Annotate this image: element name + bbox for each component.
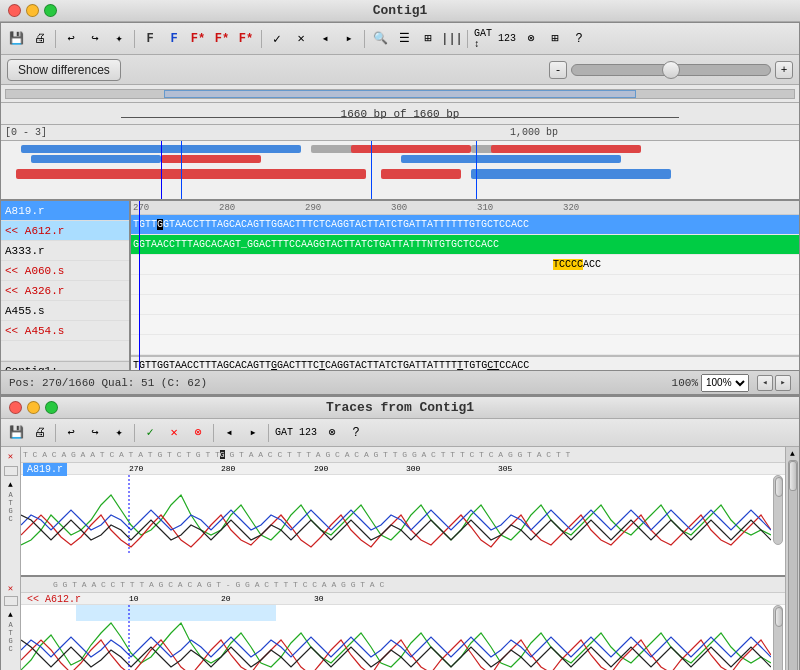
control-bar: Show differences - + [1, 55, 799, 85]
traces-prev-icon[interactable]: ◂ [218, 422, 240, 444]
seq-text-a333: TCCCCACC [133, 259, 601, 270]
traces-window-controls[interactable] [9, 401, 58, 414]
bars-icon[interactable]: ||| [441, 28, 463, 50]
traces-redo-icon[interactable]: ↪ [84, 422, 106, 444]
ruler2-10: 10 [129, 594, 139, 603]
overview-viewport [164, 90, 637, 98]
traces-check-icon[interactable]: ✓ [139, 422, 161, 444]
link-icon[interactable]: ⊗ [520, 28, 542, 50]
traces-dna-icon[interactable]: GAT [273, 422, 295, 444]
seq-name-a612[interactable]: << A612.r [1, 221, 129, 241]
trace-a612-scrollthumb[interactable] [775, 607, 783, 627]
font-f1-icon[interactable]: F [139, 28, 161, 50]
traces-print-icon[interactable]: 🖨 [29, 422, 51, 444]
minimize-button[interactable] [26, 4, 39, 17]
check-icon[interactable]: ✓ [266, 28, 288, 50]
traces-x-btn-2[interactable]: ✕ [8, 583, 13, 594]
traces-cross-icon[interactable]: ✕ [163, 422, 185, 444]
list-icon[interactable]: ☰ [393, 28, 415, 50]
traces-atgc-2[interactable]: ATGC [8, 621, 12, 653]
scroll-right-button[interactable]: ▸ [775, 375, 791, 391]
traces-undo-icon[interactable]: ↩ [60, 422, 82, 444]
font-f5-icon[interactable]: F* [235, 28, 257, 50]
contig-track-view [1, 141, 799, 201]
overview-bar[interactable] [5, 89, 795, 99]
slider-thumb[interactable] [662, 61, 680, 79]
trace-a612-scrollbar[interactable] [773, 605, 783, 670]
num-icon[interactable]: 123 [496, 28, 518, 50]
seq-row-a326 [131, 295, 799, 315]
seq-cursor [139, 201, 140, 370]
seq-name-label: << A060.s [5, 265, 64, 277]
traces-save-icon[interactable]: 💾 [5, 422, 27, 444]
traces-num-icon[interactable]: 123 [297, 422, 319, 444]
traces-toolbar: 💾 🖨 ↩ ↪ ✦ ✓ ✕ ⊗ ◂ ▸ GAT 123 ⊗ ? [1, 419, 799, 447]
trace-a819-scrollthumb[interactable] [775, 477, 783, 497]
slider-minus-button[interactable]: - [549, 61, 567, 79]
traces-link-icon[interactable]: ⊗ [321, 422, 343, 444]
move-icon[interactable]: ✦ [108, 28, 130, 50]
print-icon[interactable]: 🖨 [29, 28, 51, 50]
traces-x-btn-1[interactable]: ✕ [8, 451, 13, 462]
show-differences-button[interactable]: Show differences [7, 59, 121, 81]
traces-min-button[interactable] [27, 401, 40, 414]
main-toolbar: 💾 🖨 ↩ ↪ ✦ F F F* F* F* ✓ ✕ ◂ ▸ 🔍 ☰ ⊞ |||… [1, 23, 799, 55]
next-icon[interactable]: ▸ [338, 28, 360, 50]
traces-right-scrollbar[interactable]: ▲ ▼ [785, 447, 799, 670]
seq-name-a333[interactable]: A333.r [1, 241, 129, 261]
font-f3-icon[interactable]: F* [187, 28, 209, 50]
pos-qual: 51 [141, 377, 154, 389]
cross-icon[interactable]: ✕ [290, 28, 312, 50]
seq-name-a326[interactable]: << A326.r [1, 281, 129, 301]
traces-help-icon[interactable]: ? [345, 422, 367, 444]
expand-icon[interactable]: ⊞ [544, 28, 566, 50]
scale-line [121, 117, 680, 118]
save-icon[interactable]: 💾 [5, 28, 27, 50]
seq-name-a454[interactable]: << A454.s [1, 321, 129, 341]
close-button[interactable] [8, 4, 21, 17]
traces-scroll-up[interactable]: ▲ [790, 449, 795, 458]
consensus-name-label: Contig1: [5, 365, 58, 370]
help-icon[interactable]: ? [568, 28, 590, 50]
traces-arrow-1[interactable]: ▲ [8, 480, 13, 489]
window-controls[interactable] [8, 4, 57, 17]
prev-icon[interactable]: ◂ [314, 28, 336, 50]
traces-move-icon[interactable]: ✦ [108, 422, 130, 444]
font-f4-icon[interactable]: F* [211, 28, 233, 50]
undo-icon[interactable]: ↩ [60, 28, 82, 50]
traces-target-icon[interactable]: ⊗ [187, 422, 209, 444]
traces-nav-1[interactable] [4, 466, 18, 476]
traces-close-button[interactable] [9, 401, 22, 414]
maximize-button[interactable] [44, 4, 57, 17]
traces-atgc-1[interactable]: ATGC [8, 491, 12, 523]
position-display: Pos: 270/1660 Qual: 51 (C: 62) [9, 377, 207, 389]
contig-track-blue-4 [471, 169, 671, 179]
scale-label2: 1,000 bp [510, 127, 558, 138]
seq-name-a060[interactable]: << A060.s [1, 261, 129, 281]
seq-name-label: << A454.s [5, 325, 64, 337]
traces-arrow-2[interactable]: ▲ [8, 610, 13, 619]
seq-name-a819[interactable]: A819.r [1, 201, 129, 221]
zoom-slider[interactable] [571, 64, 771, 76]
table-icon[interactable]: ⊞ [417, 28, 439, 50]
redo-icon[interactable]: ↪ [84, 28, 106, 50]
traces-scrollbar-thumb[interactable] [789, 461, 797, 491]
scroll-left-button[interactable]: ◂ [757, 375, 773, 391]
traces-nav-2[interactable] [4, 596, 18, 606]
slider-plus-button[interactable]: + [775, 61, 793, 79]
traces-next-icon[interactable]: ▸ [242, 422, 264, 444]
search-icon[interactable]: 🔍 [369, 28, 391, 50]
trace-a819-scrollbar[interactable] [773, 475, 783, 545]
font-f2-icon[interactable]: F [163, 28, 185, 50]
traces-scrollbar-track[interactable] [788, 460, 798, 670]
trace-a819-name-badge: A819.r [23, 463, 67, 476]
zoom-select[interactable]: 100% 75% 150% 200% [701, 374, 749, 392]
sep4 [364, 30, 365, 48]
seq-name-a455[interactable]: A455.s [1, 301, 129, 321]
traces-max-button[interactable] [45, 401, 58, 414]
traces-sep3 [213, 424, 214, 442]
sep2 [134, 30, 135, 48]
ruler-280: 280 [221, 464, 235, 473]
dna-icon[interactable]: GAT↕ [472, 28, 494, 50]
status-bar: Pos: 270/1660 Qual: 51 (C: 62) 100% 100%… [1, 371, 799, 395]
